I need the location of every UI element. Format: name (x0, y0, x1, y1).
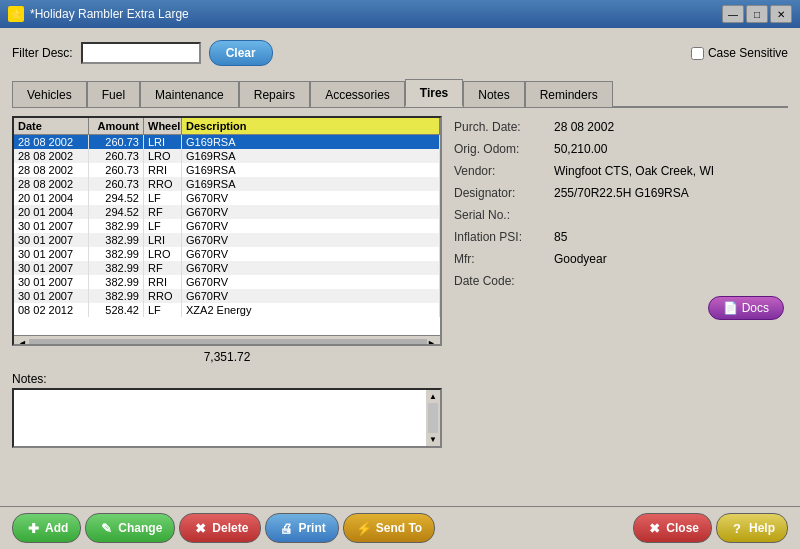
scroll-up-arrow[interactable]: ▲ (427, 390, 439, 403)
close-button[interactable]: ✖ Close (633, 513, 712, 543)
horizontal-scrollbar[interactable]: ◄ ► (14, 335, 440, 346)
docs-button[interactable]: 📄 Docs (708, 296, 784, 320)
app-icon: ⭐ (8, 6, 24, 22)
cell-amount: 382.99 (89, 233, 144, 247)
purch-date-label: Purch. Date: (454, 120, 554, 134)
maximize-button[interactable]: □ (746, 5, 768, 23)
table-row[interactable]: 30 01 2007 382.99 LF G670RV (14, 219, 440, 233)
cell-desc: G670RV (182, 205, 440, 219)
cell-date: 20 01 2004 (14, 191, 89, 205)
print-icon: 🖨 (278, 520, 294, 536)
col-description: Description (182, 118, 440, 134)
table-row[interactable]: 30 01 2007 382.99 LRI G670RV (14, 233, 440, 247)
bottom-toolbar: ✚ Add ✎ Change ✖ Delete 🖨 Print ⚡ Send T… (0, 506, 800, 549)
tab-tires[interactable]: Tires (405, 79, 463, 107)
minimize-button[interactable]: — (722, 5, 744, 23)
orig-odom-value: 50,210.00 (554, 142, 607, 156)
cell-desc: G169RSA (182, 163, 440, 177)
case-sensitive-checkbox[interactable] (691, 47, 704, 60)
cell-wheel: LRO (144, 149, 182, 163)
cell-desc: G670RV (182, 191, 440, 205)
cell-desc: XZA2 Energy (182, 303, 440, 317)
purch-date-value: 28 08 2002 (554, 120, 614, 134)
add-icon: ✚ (25, 520, 41, 536)
title-bar: ⭐ *Holiday Rambler Extra Large — □ ✕ (0, 0, 800, 28)
tab-reminders[interactable]: Reminders (525, 81, 613, 107)
cell-date: 20 01 2004 (14, 205, 89, 219)
table-row[interactable]: 30 01 2007 382.99 RRI G670RV (14, 275, 440, 289)
cell-date: 30 01 2007 (14, 275, 89, 289)
mfr-label: Mfr: (454, 252, 554, 266)
help-button[interactable]: ? Help (716, 513, 788, 543)
cell-amount: 260.73 (89, 149, 144, 163)
close-icon: ✖ (646, 520, 662, 536)
close-window-button[interactable]: ✕ (770, 5, 792, 23)
table-row[interactable]: 28 08 2002 260.73 RRI G169RSA (14, 163, 440, 177)
scroll-down-arrow[interactable]: ▼ (427, 433, 439, 446)
cell-wheel: RF (144, 205, 182, 219)
table-row[interactable]: 20 01 2004 294.52 LF G670RV (14, 191, 440, 205)
cell-desc: G169RSA (182, 135, 440, 149)
cell-amount: 382.99 (89, 247, 144, 261)
send-to-icon: ⚡ (356, 520, 372, 536)
total-row: 7,351.72 (12, 346, 442, 368)
table-row[interactable]: 20 01 2004 294.52 RF G670RV (14, 205, 440, 219)
table-row[interactable]: 28 08 2002 260.73 LRO G169RSA (14, 149, 440, 163)
table-row[interactable]: 28 08 2002 260.73 RRO G169RSA (14, 177, 440, 191)
print-button[interactable]: 🖨 Print (265, 513, 338, 543)
col-date: Date (14, 118, 89, 134)
docs-icon: 📄 (723, 301, 738, 315)
orig-odom-label: Orig. Odom: (454, 142, 554, 156)
total-amount: 7,351.72 (204, 350, 251, 364)
tab-fuel[interactable]: Fuel (87, 81, 140, 107)
cell-amount: 260.73 (89, 135, 144, 149)
filter-desc-label: Filter Desc: (12, 46, 73, 60)
change-icon: ✎ (98, 520, 114, 536)
inflation-label: Inflation PSI: (454, 230, 554, 244)
cell-amount: 260.73 (89, 177, 144, 191)
cell-wheel: RRO (144, 289, 182, 303)
tab-maintenance[interactable]: Maintenance (140, 81, 239, 107)
inflation-value: 85 (554, 230, 567, 244)
tab-notes[interactable]: Notes (463, 81, 524, 107)
help-icon: ? (729, 520, 745, 536)
cell-amount: 382.99 (89, 289, 144, 303)
mfr-value: Goodyear (554, 252, 607, 266)
table-row[interactable]: 30 01 2007 382.99 RRO G670RV (14, 289, 440, 303)
cell-date: 30 01 2007 (14, 219, 89, 233)
tab-vehicles[interactable]: Vehicles (12, 81, 87, 107)
table-row[interactable]: 30 01 2007 382.99 LRO G670RV (14, 247, 440, 261)
cell-amount: 294.52 (89, 205, 144, 219)
window-title: *Holiday Rambler Extra Large (30, 7, 189, 21)
cell-date: 28 08 2002 (14, 135, 89, 149)
clear-button[interactable]: Clear (209, 40, 273, 66)
cell-wheel: LRI (144, 135, 182, 149)
date-code-label: Date Code: (454, 274, 554, 288)
add-button[interactable]: ✚ Add (12, 513, 81, 543)
notes-input[interactable] (14, 390, 426, 446)
cell-wheel: RRO (144, 177, 182, 191)
table-row[interactable]: 08 02 2012 528.42 LF XZA2 Energy (14, 303, 440, 317)
cell-desc: G670RV (182, 233, 440, 247)
cell-date: 28 08 2002 (14, 149, 89, 163)
tab-accessories[interactable]: Accessories (310, 81, 405, 107)
vendor-value: Wingfoot CTS, Oak Creek, WI (554, 164, 714, 178)
table-body[interactable]: 28 08 2002 260.73 LRI G169RSA 28 08 2002… (14, 135, 440, 335)
detail-panel: Purch. Date: 28 08 2002 Orig. Odom: 50,2… (450, 116, 788, 448)
send-to-button[interactable]: ⚡ Send To (343, 513, 435, 543)
cell-desc: G670RV (182, 289, 440, 303)
col-wheel: Wheel (144, 118, 182, 134)
tab-repairs[interactable]: Repairs (239, 81, 310, 107)
tabs-container: Vehicles Fuel Maintenance Repairs Access… (12, 78, 788, 108)
cell-date: 28 08 2002 (14, 163, 89, 177)
change-button[interactable]: ✎ Change (85, 513, 175, 543)
table-row[interactable]: 28 08 2002 260.73 LRI G169RSA (14, 135, 440, 149)
table-row[interactable]: 30 01 2007 382.99 RF G670RV (14, 261, 440, 275)
cell-amount: 294.52 (89, 191, 144, 205)
notes-scrollbar[interactable]: ▲ ▼ (426, 390, 440, 446)
left-buttons: ✚ Add ✎ Change ✖ Delete 🖨 Print ⚡ Send T… (12, 513, 435, 543)
cell-desc: G670RV (182, 275, 440, 289)
delete-button[interactable]: ✖ Delete (179, 513, 261, 543)
cell-amount: 260.73 (89, 163, 144, 177)
filter-desc-input[interactable] (81, 42, 201, 64)
